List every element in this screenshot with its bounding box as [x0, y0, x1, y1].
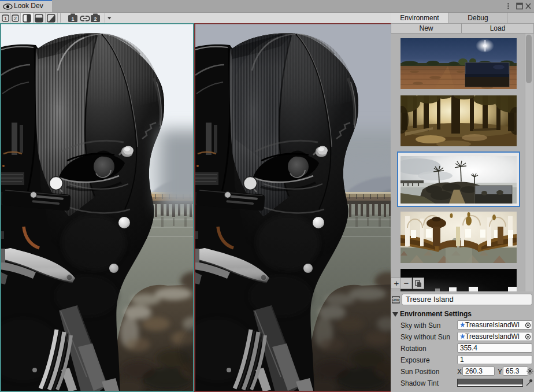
svg-text:2: 2 [14, 16, 17, 21]
svg-text:1: 1 [71, 16, 74, 22]
svg-text:2: 2 [94, 16, 97, 22]
svg-text:HDR: HDR [392, 298, 400, 302]
svg-text:1: 1 [4, 16, 7, 21]
